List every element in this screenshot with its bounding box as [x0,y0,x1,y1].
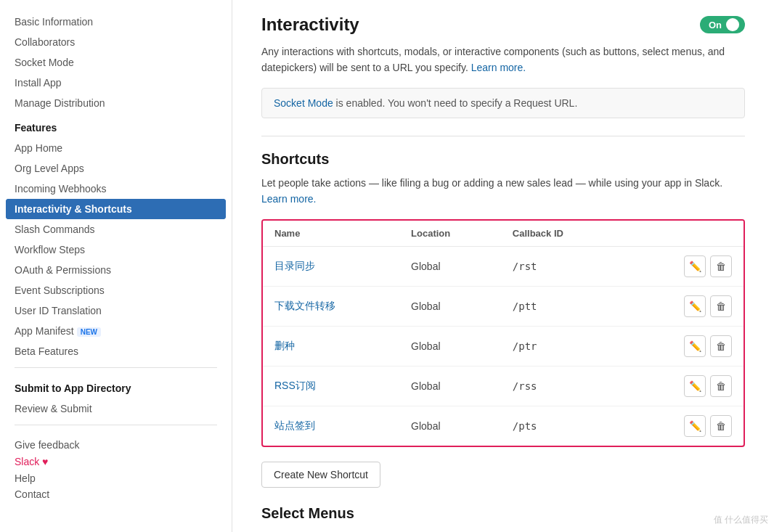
shortcut-callback-id: /ptt [501,286,622,326]
sidebar-item-interactivity-shortcuts[interactable]: Interactivity & Shortcuts [6,199,226,219]
edit-shortcut-button[interactable]: ✏️ [684,375,706,397]
shortcut-callback-id: /rst [501,246,622,286]
col-actions [621,221,744,247]
shortcut-name: RSS订阅 [263,366,399,406]
create-shortcut-button[interactable]: Create New Shortcut [261,462,380,488]
sidebar-divider-2 [15,425,217,425]
shortcut-name: 下载文件转移 [263,286,399,326]
sidebar-footer: Give feedback Slack ♥ Help Contact [0,431,232,508]
sidebar-item-event-subscriptions[interactable]: Event Subscriptions [0,280,232,300]
sidebar-item-user-id-translation[interactable]: User ID Translation [0,300,232,321]
shortcut-actions: ✏️🗑 [621,406,744,446]
shortcut-actions: ✏️🗑 [621,366,744,406]
shortcut-callback-id: /pts [501,406,622,446]
sidebar-label: Incoming Webhooks [15,183,107,195]
shortcuts-learn-more[interactable]: Learn more. [261,193,316,205]
shortcut-location: Global [399,406,501,446]
watermark: 值 什么值得买 [714,514,768,526]
sidebar-item-beta-features[interactable]: Beta Features [0,341,232,361]
shortcut-callback-id: /ptr [501,326,622,366]
shortcut-name: 目录同步 [263,246,399,286]
sidebar-item-socket-mode[interactable]: Socket Mode [0,52,232,73]
sidebar-label: User ID Translation [15,305,102,316]
delete-shortcut-button[interactable]: 🗑 [710,375,732,397]
sidebar-label: OAuth & Permissions [15,264,111,276]
shortcuts-table-wrapper: Name Location Callback ID 目录同步Global/rst… [261,219,745,447]
main-content: Interactivity On Any interactions with s… [232,0,774,532]
delete-shortcut-button[interactable]: 🗑 [710,255,732,277]
features-section-title: Features [0,113,232,138]
divider-1 [261,136,745,136]
col-name: Name [263,221,399,247]
submit-section-title: Submit to App Directory [0,374,232,398]
interactivity-header: Interactivity On [261,15,745,35]
table-row: 目录同步Global/rst✏️🗑 [263,246,744,286]
sidebar-label: App Home [15,142,62,154]
edit-shortcut-button[interactable]: ✏️ [684,335,706,357]
help-link[interactable]: Help [15,470,217,486]
sidebar-item-incoming-webhooks[interactable]: Incoming Webhooks [0,179,232,199]
toggle-label: On [709,20,722,30]
edit-shortcut-button[interactable]: ✏️ [684,415,706,437]
sidebar-item-workflow-steps[interactable]: Workflow Steps [0,240,232,260]
socket-mode-link[interactable]: Socket Mode [274,97,333,109]
table-row: 删种Global/ptr✏️🗑 [263,326,744,366]
shortcut-location: Global [399,246,501,286]
sidebar-item-install-app[interactable]: Install App [0,73,232,93]
shortcut-name: 删种 [263,326,399,366]
col-callback: Callback ID [501,221,622,247]
sidebar-item-manage-distribution[interactable]: Manage Distribution [0,93,232,113]
sidebar-item-oauth-permissions[interactable]: OAuth & Permissions [0,260,232,280]
shortcut-callback-id: /rss [501,366,622,406]
col-location: Location [399,221,501,247]
edit-shortcut-button[interactable]: ✏️ [684,295,706,317]
badge-new: NEW [77,327,101,337]
table-row: RSS订阅Global/rss✏️🗑 [263,366,744,406]
sidebar-item-review-&-submit[interactable]: Review & Submit [0,398,232,419]
shortcuts-description: Let people take actions — like filing a … [261,175,745,208]
sidebar-label: Beta Features [15,345,78,357]
select-menu-title: Select Menus [261,505,745,522]
shortcut-name: 站点签到 [263,406,399,446]
slack-link[interactable]: Slack ♥ [15,456,48,467]
sidebar-item-collaborators[interactable]: Collaborators [0,32,232,52]
socket-mode-info: Socket Mode is enabled. You won't need t… [261,88,745,118]
delete-shortcut-button[interactable]: 🗑 [710,335,732,357]
sidebar-item-app-manifest[interactable]: App ManifestNEW [0,321,232,341]
interactivity-learn-more[interactable]: Learn more. [471,62,526,73]
edit-shortcut-button[interactable]: ✏️ [684,255,706,277]
interactivity-title: Interactivity [261,15,359,35]
sidebar-item-org-level-apps[interactable]: Org Level Apps [0,158,232,179]
sidebar-item-app-home[interactable]: App Home [0,138,232,158]
shortcut-actions: ✏️🗑 [621,286,744,326]
feedback-link[interactable]: Give feedback [15,437,217,453]
sidebar-divider [15,367,217,368]
delete-shortcut-button[interactable]: 🗑 [710,295,732,317]
shortcuts-table: Name Location Callback ID 目录同步Global/rst… [263,221,744,446]
table-row: 站点签到Global/pts✏️🗑 [263,406,744,446]
shortcuts-title: Shortcuts [261,151,745,168]
shortcut-actions: ✏️🗑 [621,326,744,366]
sidebar-label: Org Level Apps [15,163,84,174]
shortcut-actions: ✏️🗑 [621,246,744,286]
sidebar-label: Workflow Steps [15,244,85,255]
delete-shortcut-button[interactable]: 🗑 [710,415,732,437]
shortcut-location: Global [399,366,501,406]
interactivity-toggle[interactable]: On [700,16,745,33]
sidebar-label: Event Subscriptions [15,285,105,296]
sidebar: Basic InformationCollaboratorsSocket Mod… [0,0,232,532]
shortcut-location: Global [399,326,501,366]
sidebar-item-slash-commands[interactable]: Slash Commands [0,219,232,240]
sidebar-label: App Manifest [15,325,74,337]
sidebar-label: Slash Commands [15,224,95,235]
sidebar-item-basic-information[interactable]: Basic Information [0,12,232,32]
contact-link[interactable]: Contact [15,486,217,502]
sidebar-label: Interactivity & Shortcuts [15,203,132,215]
interactivity-description: Any interactions with shortcuts, modals,… [261,44,745,76]
toggle-circle [726,18,739,31]
shortcut-location: Global [399,286,501,326]
table-row: 下载文件转移Global/ptt✏️🗑 [263,286,744,326]
